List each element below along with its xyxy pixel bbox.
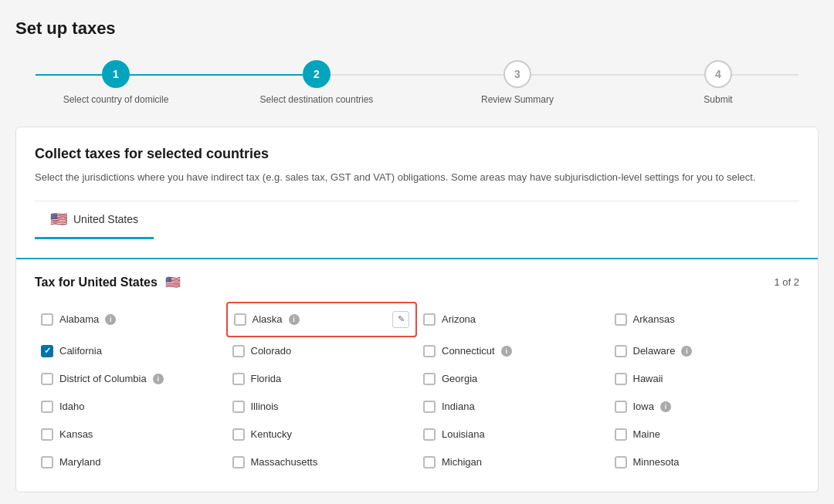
state-checkbox-georgia[interactable] [423, 373, 436, 385]
state-name: Hawaii [633, 373, 663, 384]
state-name: Massachusetts [251, 456, 318, 468]
step-4: 4 Submit [618, 60, 819, 105]
step-1: 1 Select country of domicile [15, 60, 216, 105]
info-icon[interactable]: i [681, 346, 692, 357]
state-name: Iowa [633, 401, 654, 412]
state-checkbox-arizona[interactable] [423, 313, 436, 326]
step-3: 3 Review Summary [417, 60, 618, 105]
state-item: Alaskai✎ [226, 302, 418, 337]
state-name: Kansas [59, 428, 93, 440]
step-1-label: Select country of domicile [63, 94, 169, 105]
state-name: Michigan [442, 456, 482, 468]
step-3-circle: 3 [503, 60, 531, 88]
state-checkbox-delaware[interactable] [615, 345, 627, 357]
state-checkbox-maine[interactable] [615, 428, 627, 441]
state-item: Colorado [226, 337, 418, 365]
state-checkbox-alaska[interactable] [234, 313, 246, 326]
state-name: Alabama [59, 313, 99, 325]
step-3-label: Review Summary [481, 94, 554, 105]
stepper-steps: 1 Select country of domicile 2 Select de… [15, 60, 819, 105]
state-name: Maine [633, 428, 660, 440]
card-inner: Collect taxes for selected countries Sel… [16, 127, 818, 258]
state-item: Florida [226, 365, 418, 393]
step-4-circle: 4 [704, 60, 732, 88]
states-grid: AlabamaiAlaskai✎ArizonaArkansasCaliforni… [35, 302, 799, 476]
state-checkbox-arkansas[interactable] [615, 313, 627, 326]
page-title: Set up taxes [15, 19, 819, 39]
edit-icon[interactable]: ✎ [392, 311, 409, 328]
state-checkbox-hawaii[interactable] [615, 373, 627, 385]
tax-us-flag-icon: 🇺🇸 [165, 276, 181, 289]
state-name: Illinois [251, 401, 279, 412]
us-flag-icon: 🇺🇸 [50, 211, 67, 228]
state-checkbox-california[interactable] [41, 345, 53, 357]
state-checkbox-district-of-columbia[interactable] [41, 373, 53, 385]
state-item: Arkansas [609, 302, 800, 337]
info-icon[interactable]: i [289, 314, 300, 325]
tax-section-title: Tax for United States 🇺🇸 [35, 275, 181, 289]
card-description: Select the jurisdictions where you have … [35, 170, 799, 185]
state-checkbox-massachusetts[interactable] [232, 456, 245, 468]
info-icon[interactable]: i [501, 346, 512, 357]
step-2-circle: 2 [303, 60, 331, 88]
state-item: Illinois [226, 393, 418, 421]
state-item: Alabamai [35, 302, 226, 337]
state-checkbox-indiana[interactable] [423, 401, 436, 413]
country-tab-bar: 🇺🇸 United States [35, 201, 799, 239]
tax-section-header: Tax for United States 🇺🇸 1 of 2 [35, 275, 799, 289]
state-checkbox-colorado[interactable] [232, 345, 245, 357]
state-item: Connecticuti [417, 337, 609, 365]
state-item: Maine [609, 421, 800, 448]
step-4-label: Submit [703, 94, 732, 105]
state-checkbox-michigan[interactable] [423, 456, 436, 468]
state-checkbox-louisiana[interactable] [423, 428, 436, 441]
state-name: Alaska [253, 313, 283, 325]
tax-section: Tax for United States 🇺🇸 1 of 2 Alabamai… [16, 258, 818, 492]
info-icon[interactable]: i [153, 374, 164, 384]
info-icon[interactable]: i [105, 314, 116, 325]
state-name: Colorado [251, 345, 292, 357]
state-item: Minnesota [609, 448, 800, 476]
state-checkbox-illinois[interactable] [232, 401, 245, 413]
state-checkbox-kansas[interactable] [41, 428, 53, 441]
state-item: Louisiana [417, 421, 609, 448]
state-name: Idaho [59, 401, 85, 412]
state-item: District of Columbiai [35, 365, 226, 393]
state-item: Kansas [35, 421, 226, 448]
state-item: Indiana [417, 393, 609, 421]
state-name: Maryland [59, 456, 100, 468]
state-item: Idaho [35, 393, 226, 421]
state-item: Georgia [417, 365, 609, 393]
state-item: Iowai [609, 393, 800, 421]
state-item: Hawaii [609, 365, 800, 393]
state-name: Louisiana [442, 428, 485, 440]
state-checkbox-florida[interactable] [232, 373, 245, 385]
main-card: Collect taxes for selected countries Sel… [15, 127, 819, 492]
step-2-label: Select destination countries [260, 94, 374, 105]
state-checkbox-iowa[interactable] [615, 401, 627, 413]
state-checkbox-kentucky[interactable] [232, 428, 245, 441]
step-2: 2 Select destination countries [216, 60, 417, 105]
step-1-circle: 1 [102, 60, 130, 88]
state-name: Arkansas [633, 313, 675, 325]
info-icon[interactable]: i [660, 401, 671, 412]
state-checkbox-alabama[interactable] [41, 313, 53, 326]
state-name: District of Columbia [59, 373, 147, 384]
tax-pagination: 1 of 2 [774, 276, 799, 288]
state-name: Georgia [442, 373, 477, 384]
country-tab-us[interactable]: 🇺🇸 United States [35, 201, 154, 239]
state-checkbox-minnesota[interactable] [615, 456, 627, 468]
state-name: Indiana [442, 401, 475, 412]
state-name: California [59, 345, 102, 357]
state-checkbox-idaho[interactable] [41, 401, 53, 413]
state-checkbox-connecticut[interactable] [423, 345, 436, 357]
state-name: Minnesota [633, 456, 680, 468]
state-checkbox-maryland[interactable] [41, 456, 53, 468]
stepper: 1 Select country of domicile 2 Select de… [15, 60, 819, 105]
country-tab-label: United States [73, 213, 138, 225]
state-item: Kentucky [226, 421, 418, 448]
state-name: Delaware [633, 345, 676, 357]
state-item: Arizona [417, 302, 609, 337]
state-item: Delawarei [609, 337, 800, 365]
page-container: Set up taxes 1 Select country of domicil… [0, 0, 834, 504]
